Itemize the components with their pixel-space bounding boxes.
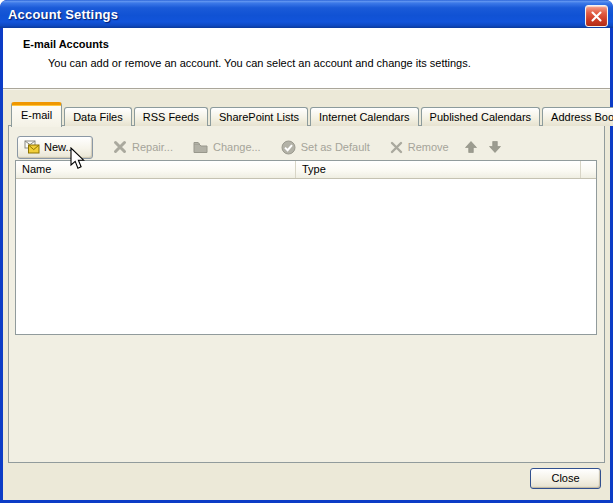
column-header-spacer	[581, 161, 596, 178]
repair-account-label: Repair...	[132, 141, 173, 153]
column-header-type[interactable]: Type	[296, 161, 581, 178]
window-title: Account Settings	[0, 7, 118, 22]
tab-rss-feeds[interactable]: RSS Feeds	[134, 107, 208, 126]
dialog-footer: Close	[3, 463, 610, 500]
remove-account-label: Remove	[408, 141, 449, 153]
tab-internet-calendars[interactable]: Internet Calendars	[310, 107, 419, 126]
move-down-arrow-icon	[489, 141, 501, 153]
move-up-button[interactable]	[465, 141, 477, 153]
move-up-arrow-icon	[465, 141, 477, 153]
repair-tools-icon	[113, 140, 127, 154]
change-folder-icon	[193, 140, 208, 154]
remove-x-icon	[390, 141, 403, 154]
tab-email[interactable]: E-mail	[11, 102, 62, 127]
set-as-default-label: Set as Default	[301, 141, 370, 153]
new-account-label: New...	[44, 141, 75, 153]
accounts-list-body[interactable]	[16, 179, 596, 334]
close-button[interactable]: Close	[530, 468, 601, 489]
accounts-toolbar: New... Repair... Change...	[9, 126, 604, 159]
column-header-name[interactable]: Name	[16, 161, 296, 178]
accounts-list-header: Name Type	[16, 161, 596, 179]
repair-account-button[interactable]: Repair...	[113, 140, 173, 154]
close-icon	[591, 11, 602, 22]
accounts-list: Name Type	[15, 160, 597, 335]
change-account-label: Change...	[213, 141, 261, 153]
tab-sharepoint-lists[interactable]: SharePoint Lists	[210, 107, 308, 126]
remove-account-button[interactable]: Remove	[390, 141, 449, 154]
tab-strip: E-mail Data Files RSS Feeds SharePoint L…	[11, 101, 605, 126]
tab-published-calendars[interactable]: Published Calendars	[421, 107, 541, 126]
email-tab-panel: New... Repair... Change...	[8, 125, 605, 463]
title-bar: Account Settings	[0, 0, 613, 28]
account-settings-dialog: Account Settings E-mail Accounts You can…	[0, 0, 613, 503]
set-default-check-icon	[281, 140, 296, 155]
tab-address-books[interactable]: Address Books	[542, 107, 613, 126]
banner-title: E-mail Accounts	[23, 38, 610, 50]
banner-description: You can add or remove an account. You ca…	[48, 57, 610, 69]
set-as-default-button[interactable]: Set as Default	[281, 140, 370, 155]
move-down-button[interactable]	[489, 141, 501, 153]
change-account-button[interactable]: Change...	[193, 140, 261, 154]
window-close-button[interactable]	[585, 5, 608, 27]
tab-data-files[interactable]: Data Files	[64, 107, 132, 126]
new-mail-icon	[24, 140, 40, 154]
header-banner: E-mail Accounts You can add or remove an…	[3, 28, 610, 89]
dialog-client-area: E-mail Accounts You can add or remove an…	[3, 28, 610, 500]
new-account-button[interactable]: New...	[17, 136, 93, 159]
